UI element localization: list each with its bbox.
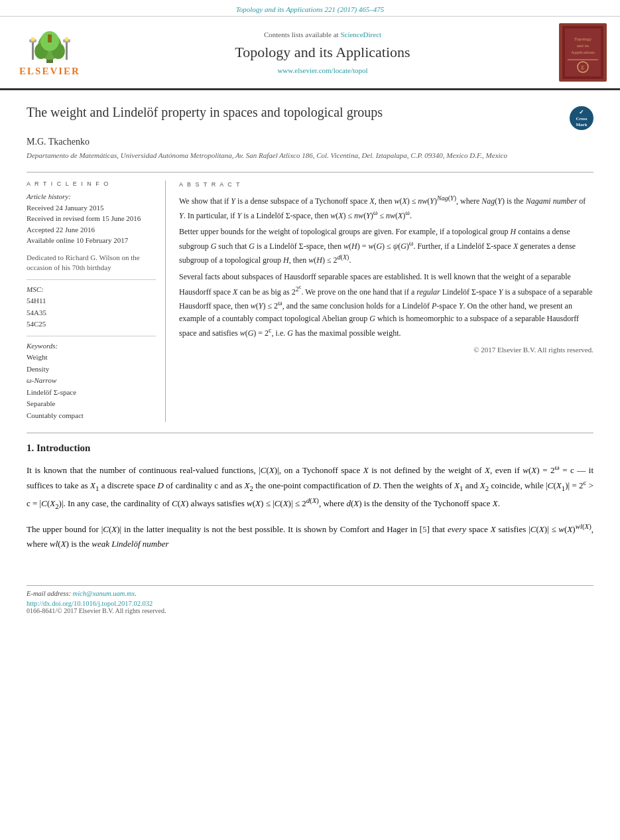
article-history-label: Article history:	[27, 192, 156, 200]
email-label: E-mail address:	[27, 590, 71, 597]
msc-code-3: 54C25	[27, 318, 156, 330]
article-body: The weight and Lindelöf property in spac…	[0, 90, 620, 572]
journal-banner: ELSEVIER Contents lists available at Sci…	[0, 17, 620, 90]
article-info-label: A R T I C L E I N F O	[27, 180, 156, 187]
svg-text:and its: and its	[577, 43, 589, 48]
keywords-label: Keywords:	[27, 342, 156, 350]
keyword-3: ω-Narrow	[27, 375, 156, 387]
contents-label: Contents lists available at ScienceDirec…	[93, 31, 552, 38]
elsevier-wordmark: ELSEVIER	[19, 66, 80, 77]
journal-title-area: Contents lists available at ScienceDirec…	[93, 23, 552, 82]
available-date: Available online 10 February 2017	[27, 235, 156, 246]
elsevier-tree-icon	[27, 28, 73, 64]
author-name: M.G. Tkachenko	[27, 137, 593, 147]
copyright-line: © 2017 Elsevier B.V. All rights reserved…	[179, 344, 593, 356]
keywords-list: Weight Density ω-Narrow Lindelöf Σ-space…	[27, 352, 156, 422]
crossmark-badge[interactable]: ✓CrossMark	[570, 106, 593, 130]
journal-url[interactable]: www.elsevier.com/locate/topol	[93, 66, 552, 74]
affiliation: Departamento de Matemáticas, Universidad…	[27, 150, 593, 161]
abstract-paragraph-2: Better upper bounds for the weight of to…	[179, 226, 593, 267]
svg-text:E: E	[582, 65, 585, 71]
keyword-2: Density	[27, 364, 156, 376]
doi-line[interactable]: http://dx.doi.org/10.1016/j.topol.2017.0…	[27, 600, 593, 607]
intro-paragraph-2: The upper bound for |C(X)| in the latter…	[27, 521, 593, 551]
accepted-date: Accepted 22 June 2016	[27, 224, 156, 236]
svg-rect-9	[66, 41, 68, 60]
msc-code-1: 54H11	[27, 295, 156, 307]
msc-label: MSC:	[27, 285, 156, 293]
received-date: Received 24 January 2015	[27, 202, 156, 214]
svg-point-8	[31, 37, 35, 41]
article-title-section: The weight and Lindelöf property in spac…	[27, 104, 593, 130]
msc-codes: 54H11 54A35 54C25	[27, 295, 156, 330]
journal-citation: Topology and its Applications 221 (2017)…	[236, 5, 385, 13]
svg-text:Applications: Applications	[571, 50, 595, 55]
section-divider	[27, 433, 593, 433]
intro-heading: 1. Introduction	[27, 443, 593, 454]
abstract-paragraph-3: Several facts about subspaces of Hausdor…	[179, 271, 593, 339]
issn-line: 0166-8641/© 2017 Elsevier B.V. All right…	[27, 607, 593, 614]
keyword-1: Weight	[27, 352, 156, 364]
sciencedirect-link[interactable]: ScienceDirect	[340, 31, 381, 38]
elsevier-logo: ELSEVIER	[13, 23, 86, 82]
svg-rect-5	[48, 35, 52, 42]
email-value[interactable]: mich@xanum.uam.mx	[73, 590, 135, 597]
journal-header: Topology and its Applications 221 (2017)…	[0, 0, 620, 17]
journal-cover-thumbnail: Topology and its Applications E	[559, 23, 607, 82]
keyword-4: Lindelöf Σ-space	[27, 387, 156, 399]
two-column-section: A R T I C L E I N F O Article history: R…	[27, 172, 593, 422]
abstract-label: A B S T R A C T	[179, 180, 593, 190]
svg-rect-17	[568, 59, 598, 60]
crossmark-icon: ✓CrossMark	[576, 109, 587, 127]
received-revised-date: Received in revised form 15 June 2016	[27, 213, 156, 224]
svg-text:Topology: Topology	[574, 36, 592, 42]
keyword-5: Separable	[27, 398, 156, 410]
footer-area: E-mail address: mich@xanum.uam.mx. http:…	[27, 585, 593, 614]
keyword-6: Countably compact	[27, 410, 156, 422]
article-title: The weight and Lindelöf property in spac…	[27, 104, 383, 121]
email-line: E-mail address: mich@xanum.uam.mx.	[27, 590, 593, 597]
msc-code-2: 54A35	[27, 307, 156, 319]
abstract-column: A B S T R A C T We show that if Y is a d…	[179, 180, 593, 422]
journal-main-title: Topology and its Applications	[93, 44, 552, 61]
svg-point-11	[65, 37, 69, 41]
dedication-text: Dedicated to Richard G. Wilson on the oc…	[27, 253, 156, 273]
svg-rect-6	[32, 41, 34, 60]
introduction-section: 1. Introduction It is known that the num…	[27, 443, 593, 551]
intro-paragraph-1: It is known that the number of continuou…	[27, 462, 593, 513]
article-info-column: A R T I C L E I N F O Article history: R…	[27, 180, 166, 422]
abstract-paragraph-1: We show that if Y is a dense subspace of…	[179, 193, 593, 222]
